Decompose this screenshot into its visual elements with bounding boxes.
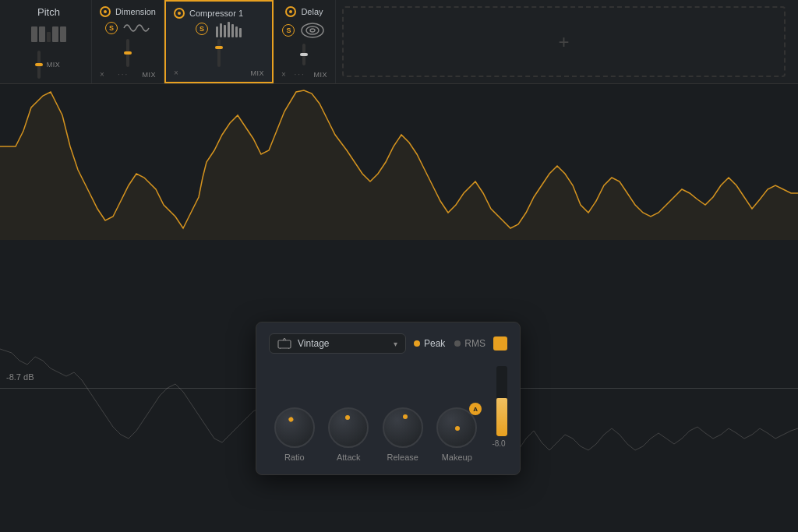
peak-toggle[interactable]: Peak (414, 338, 445, 349)
svg-rect-5 (235, 26, 238, 37)
mix-label-dimension: Mix (142, 71, 156, 79)
makeup-knob-label: Makeup (442, 453, 472, 462)
peak-label: Peak (424, 338, 445, 349)
power-button-compressor1[interactable] (174, 8, 185, 19)
ratio-knob-container: Ratio (269, 407, 320, 462)
ratio-knob-label: Ratio (284, 453, 305, 462)
attack-knob-label: Attack (337, 453, 361, 462)
gr-meter (496, 366, 507, 436)
color-swatch[interactable] (493, 336, 507, 351)
mix-label-compressor: Mix (250, 69, 264, 77)
piano-key (52, 26, 58, 42)
s-badge-compressor[interactable]: S (196, 23, 208, 35)
comp-panel-header: Vintage ▾ Peak RMS (269, 333, 507, 354)
fader-track[interactable] (37, 51, 41, 79)
pitch-plugin-name: Pitch (37, 6, 60, 18)
vintage-tv-icon (277, 338, 291, 349)
piano-key (31, 26, 37, 42)
delay-plugin-name: Delay (301, 7, 323, 16)
s-badge-dimension[interactable]: S (105, 22, 118, 34)
knobs-row: Ratio Attack (269, 407, 482, 462)
ring-icon (299, 22, 326, 39)
gr-value: -8.0 (492, 439, 505, 448)
dropdown-chevron: ▾ (394, 340, 397, 348)
compressor1-plugin-name: Compressor 1 (189, 9, 243, 18)
db-label: -8.7 dB (6, 372, 34, 382)
makeup-knob-dot (455, 426, 460, 431)
x-label-delay: × (281, 70, 286, 79)
auto-badge[interactable]: A (469, 403, 482, 415)
piano-key-black (47, 32, 51, 42)
release-knob-container: Release (377, 407, 429, 462)
power-button-delay[interactable] (285, 6, 296, 17)
s-badge-delay[interactable]: S (282, 24, 295, 37)
release-knob-dot (403, 414, 408, 419)
dimension-plugin-name: Dimension (115, 7, 156, 16)
dots-icon-dimension: ··· (118, 70, 129, 79)
pitch-mix-label: Mix (47, 61, 61, 69)
attack-knob[interactable] (328, 407, 369, 448)
fader-thumb-compressor[interactable] (215, 46, 223, 49)
attack-knob-dot (345, 415, 350, 420)
rms-label: RMS (464, 338, 486, 349)
makeup-knob-wrap[interactable]: A (436, 407, 477, 448)
fader-track-dimension[interactable] (126, 39, 129, 67)
svg-rect-10 (278, 340, 291, 348)
waveform-area: -8.7 dB Threshold Vintage ▾ (0, 84, 798, 532)
comp-icon (214, 20, 242, 37)
power-button-dimension[interactable] (100, 6, 111, 17)
mix-label-delay: Mix (313, 71, 327, 79)
plugin-slot-compressor1[interactable]: Compressor 1 S × Mix (164, 0, 274, 83)
release-knob[interactable] (383, 407, 423, 448)
rms-toggle[interactable]: RMS (454, 338, 486, 349)
release-knob-label: Release (387, 453, 418, 462)
piano-key (60, 26, 66, 42)
dots-icon-delay: ··· (294, 70, 305, 79)
svg-rect-3 (228, 22, 230, 37)
svg-rect-4 (231, 24, 234, 37)
release-knob-wrap[interactable] (383, 407, 423, 448)
makeup-knob-container: A Makeup (432, 407, 483, 462)
fader-track-delay[interactable] (302, 44, 305, 65)
attack-knob-wrap[interactable] (328, 407, 369, 448)
svg-point-9 (310, 29, 315, 32)
compressor-panel: Vintage ▾ Peak RMS (256, 322, 521, 475)
rms-dot (454, 340, 461, 347)
pitch-fader-area: Mix (37, 51, 61, 79)
svg-point-7 (302, 23, 323, 37)
vintage-label: Vintage (298, 338, 387, 349)
attack-knob-container: Attack (323, 407, 375, 462)
vintage-selector[interactable]: Vintage ▾ (269, 333, 406, 354)
gr-fill (496, 398, 507, 437)
ratio-knob[interactable] (274, 407, 315, 448)
svg-rect-2 (224, 25, 226, 37)
add-plugin-icon[interactable]: + (558, 31, 569, 53)
gr-meter-area: -8.0 (490, 366, 507, 448)
fader-track-compressor[interactable] (217, 39, 221, 67)
peak-rms-toggle: Peak RMS (414, 338, 486, 349)
ratio-knob-wrap[interactable] (274, 407, 315, 448)
peak-dot (414, 340, 420, 347)
fader-thumb[interactable] (35, 63, 43, 66)
svg-rect-0 (216, 26, 218, 37)
piano-key (39, 26, 45, 42)
svg-point-8 (306, 26, 319, 34)
plugin-slot-delay[interactable]: Delay S × ··· Mix (274, 0, 336, 83)
piano-icon (31, 26, 66, 42)
x-label-dimension: × (100, 70, 104, 79)
fader-thumb-delay[interactable] (300, 53, 308, 56)
x-label-compressor: × (174, 69, 178, 77)
plugin-slot-pitch[interactable]: Pitch Mix (6, 0, 92, 83)
plugin-strip: Pitch Mix Dimension S (0, 0, 798, 84)
svg-rect-6 (239, 28, 242, 37)
fader-thumb-dimension[interactable] (124, 51, 132, 55)
wave-icon-dimension (122, 20, 150, 36)
ratio-knob-dot (288, 416, 294, 422)
add-plugin-slot[interactable]: + (342, 6, 786, 77)
plugin-slot-dimension[interactable]: Dimension S × ··· Mix (92, 0, 164, 83)
svg-rect-1 (220, 23, 222, 37)
